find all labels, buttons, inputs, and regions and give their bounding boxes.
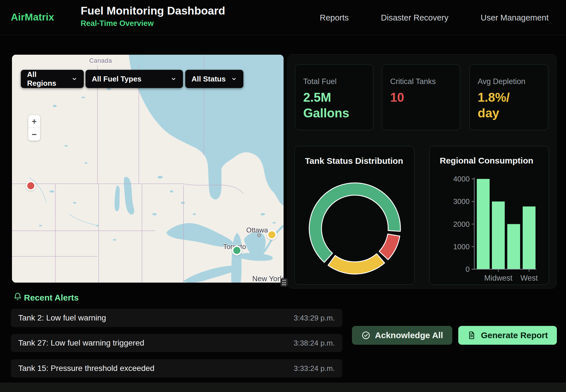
regional-consumption-chart-card: 01000200030004000MidwestWest Regional Co…: [429, 146, 549, 285]
nav-item-user-management[interactable]: User Management: [481, 13, 549, 23]
generate-report-label: Generate Report: [481, 330, 548, 340]
tank-status-donut-chart: [295, 146, 415, 285]
alert-time: 3:43:29 p.m.: [294, 314, 335, 322]
title-block: Fuel Monitoring Dashboard Real-Time Over…: [81, 5, 225, 28]
alert-time: 3:33:24 p.m.: [294, 364, 335, 373]
chevron-down-icon: [71, 76, 78, 82]
svg-text:Midwest: Midwest: [484, 274, 513, 282]
svg-text:0: 0: [466, 265, 470, 273]
alert-time: 3:38:24 p.m.: [294, 339, 335, 348]
map-label-new-york: New York: [252, 274, 284, 283]
alert-row[interactable]: Tank 15: Pressure threshold exceeded 3:3…: [11, 359, 342, 377]
acknowledge-all-label: Acknowledge All: [375, 330, 443, 340]
svg-text:West: West: [520, 274, 538, 282]
tank-status-chart-card: Tank Status Distribution: [294, 146, 414, 285]
bell-icon: [13, 292, 22, 301]
stat-card-total-fuel: Total Fuel 2.5M Gallons: [295, 64, 373, 130]
nav-item-disaster-recovery[interactable]: Disaster Recovery: [381, 13, 449, 23]
alert-row[interactable]: Tank 2: Low fuel warning 3:43:29 p.m.: [11, 309, 342, 327]
acknowledge-all-button[interactable]: Acknowledge All: [352, 326, 452, 345]
alert-text: Tank 2: Low fuel warning: [18, 313, 106, 322]
chevron-down-icon: [231, 76, 237, 82]
app-header: AirMatrix Fuel Monitoring Dashboard Real…: [0, 0, 566, 35]
map-zoom-control: + −: [28, 115, 40, 141]
stat-value: 1.8%/ day: [478, 89, 541, 121]
status-filter-value: All Status: [192, 75, 226, 83]
zoom-in-button[interactable]: +: [28, 115, 40, 128]
brand-logo: AirMatrix: [11, 11, 54, 23]
fuel-map[interactable]: Canada Ottawa Toronto New York + −: [12, 55, 284, 283]
alert-row[interactable]: Tank 27: Low fuel warning triggered 3:38…: [11, 334, 342, 352]
resize-drag-handle-icon[interactable]: [280, 278, 288, 287]
stat-label: Critical Tanks: [390, 77, 453, 86]
nav-item-reports[interactable]: Reports: [320, 13, 349, 23]
fuel-type-filter-dropdown[interactable]: All Fuel Types: [85, 70, 183, 88]
map-label-canada: Canada: [89, 57, 112, 64]
bottom-bar: [0, 383, 566, 392]
tank-marker-warning[interactable]: [267, 230, 277, 240]
zoom-out-button[interactable]: −: [28, 128, 40, 141]
town-icon-ottawa: [257, 234, 261, 237]
chart-title: Regional Consumption: [440, 156, 533, 166]
svg-text:1000: 1000: [453, 242, 470, 251]
svg-text:3000: 3000: [453, 197, 470, 206]
page-subtitle: Real-Time Overview: [81, 19, 225, 28]
page-title: Fuel Monitoring Dashboard: [81, 5, 225, 17]
generate-report-button[interactable]: Generate Report: [458, 326, 557, 345]
tank-marker-critical[interactable]: [26, 181, 36, 191]
regional-consumption-bar-chart: 01000200030004000MidwestWest: [429, 146, 549, 285]
check-circle-icon: [361, 331, 370, 340]
stat-label: Avg Depletion: [478, 77, 541, 86]
alert-text: Tank 15: Pressure threshold exceeded: [18, 364, 154, 373]
main-nav: Reports Disaster Recovery User Managemen…: [320, 13, 549, 23]
chart-title: Tank Status Distribution: [305, 156, 403, 166]
document-icon: [467, 331, 476, 340]
alert-text: Tank 27: Low fuel warning triggered: [18, 338, 144, 348]
svg-text:4000: 4000: [453, 175, 470, 183]
map-label-ottawa: Ottawa: [246, 226, 268, 234]
stat-value: 2.5M Gallons: [303, 89, 366, 121]
dashboard-panel: Total Fuel 2.5M Gallons Critical Tanks 1…: [287, 54, 557, 289]
status-filter-dropdown[interactable]: All Status: [185, 70, 243, 88]
recent-alerts-heading: Recent Alerts: [24, 293, 79, 303]
region-filter-dropdown[interactable]: All Regions: [21, 70, 84, 88]
svg-text:2000: 2000: [453, 220, 470, 228]
chevron-down-icon: [170, 76, 177, 82]
stat-card-critical-tanks: Critical Tanks 10: [382, 64, 460, 130]
tank-marker-normal[interactable]: [232, 246, 242, 256]
stat-label: Total Fuel: [303, 77, 366, 86]
region-filter-value: All Regions: [27, 70, 66, 88]
stat-card-avg-depletion: Avg Depletion 1.8%/ day: [469, 64, 548, 130]
fuel-type-filter-value: All Fuel Types: [92, 75, 141, 83]
stat-value: 10: [390, 89, 453, 105]
